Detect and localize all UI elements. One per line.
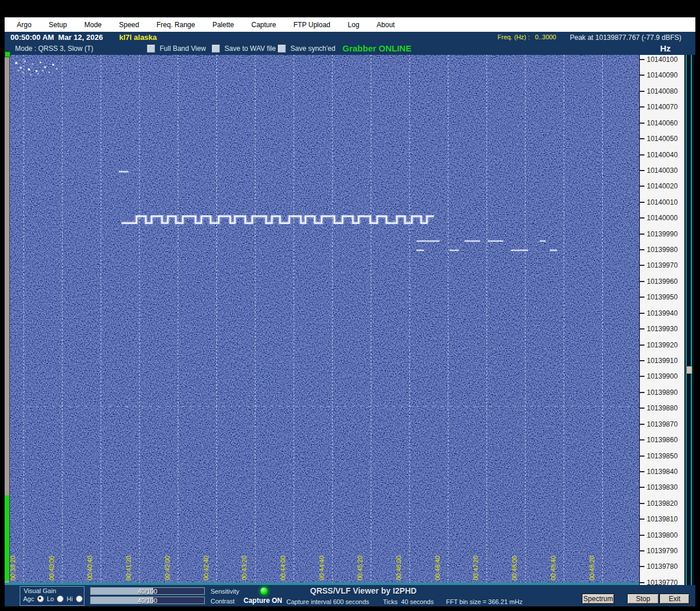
time-axis-label: 00:44:00 xyxy=(279,556,286,580)
menu-speed[interactable]: Speed xyxy=(110,18,148,31)
freq-tick-mark xyxy=(640,582,644,583)
radio-agc[interactable] xyxy=(37,595,44,602)
menu-capture[interactable]: Capture xyxy=(243,18,285,31)
sensitivity-slider[interactable]: 40/100 xyxy=(90,587,205,595)
menu-argo[interactable]: Argo xyxy=(8,18,40,31)
freq-axis-label: 10139900 xyxy=(647,372,677,380)
freq-tick-mark xyxy=(640,154,644,155)
menu-log[interactable]: Log xyxy=(339,18,368,31)
radio-hi[interactable] xyxy=(76,595,83,602)
radio-label-agc: Agc xyxy=(23,595,34,602)
menu-palette[interactable]: Palette xyxy=(204,18,242,31)
freq-axis-label: 10140040 xyxy=(647,151,677,159)
scrollbar-thumb[interactable] xyxy=(686,366,692,374)
freq-tick-mark xyxy=(640,59,644,60)
freq-axis-label: 10139960 xyxy=(647,277,677,286)
freq-tick-mark xyxy=(640,566,644,567)
menu-freq-range[interactable]: Freq. Range xyxy=(148,18,204,31)
time-axis-label: 00:48:40 xyxy=(550,556,557,580)
stop-button[interactable]: Stop xyxy=(627,594,659,604)
contrast-slider[interactable]: 40/100 xyxy=(90,597,205,604)
freq-axis-label: 10139790 xyxy=(647,547,677,555)
freq-tick-mark xyxy=(640,360,644,361)
freq-tick-mark xyxy=(640,408,644,409)
marker-led xyxy=(5,51,10,57)
radio-label-hi: Hi xyxy=(67,595,72,602)
hz-unit-label: Hz xyxy=(660,43,670,53)
capture-interval-label: Capture interval 600 seconds xyxy=(286,598,369,605)
time-axis-label: 00:40:40 xyxy=(86,556,93,580)
freq-tick-mark xyxy=(640,202,644,203)
radio-label-lo: Lo xyxy=(47,595,54,602)
time-axis-label: 00:42:40 xyxy=(202,556,209,580)
radio-lo[interactable] xyxy=(57,595,64,602)
spectrum-button[interactable]: Spectrum xyxy=(582,594,614,604)
freq-tick-mark xyxy=(640,297,644,298)
freq-axis-label: 10139990 xyxy=(647,230,677,238)
freq-tick-mark xyxy=(640,392,644,393)
freq-axis-label: 10139840 xyxy=(647,468,677,476)
freq-axis-label: 10139950 xyxy=(647,293,677,301)
menu-mode[interactable]: Mode xyxy=(76,18,110,31)
checkbox-save-synch-ed[interactable]: Save synch'ed xyxy=(278,45,336,53)
freq-tick-mark xyxy=(640,503,644,504)
freq-tick-mark xyxy=(640,217,644,219)
time-axis-label: 00:49:20 xyxy=(588,556,595,580)
station-callsign: kl7l alaska xyxy=(119,33,157,42)
time-axis-label: 00:42:00 xyxy=(164,556,171,580)
freq-tick-mark xyxy=(640,313,644,314)
menu-ftp-upload[interactable]: FTP Upload xyxy=(285,18,339,31)
menu-setup[interactable]: Setup xyxy=(40,18,75,31)
status-bar: Visual Gain AgcLoHi 40/100 40/100 Sensit… xyxy=(5,585,695,606)
scrollbar-track-line xyxy=(686,55,687,585)
time-axis-label: 00:47:20 xyxy=(472,556,479,580)
checkbox-box-icon[interactable] xyxy=(212,45,220,53)
freq-axis-label: 10139880 xyxy=(647,404,677,412)
freq-axis-label: 10140100 xyxy=(647,55,677,64)
time-axis-label: 00:48:00 xyxy=(511,556,518,580)
frequency-scrollbar[interactable] xyxy=(684,55,694,585)
time-axis-label: 00:40:00 xyxy=(48,556,55,580)
ticks-label: Ticks 40 seconds xyxy=(383,598,434,605)
freq-axis-label: 10140050 xyxy=(647,135,677,143)
capture-state-label: Capture ON xyxy=(244,597,282,605)
checkbox-box-icon[interactable] xyxy=(278,45,286,53)
freq-tick-mark xyxy=(640,138,644,139)
freq-axis-label: 10139810 xyxy=(647,515,677,523)
freq-tick-mark xyxy=(640,186,644,187)
exit-button[interactable]: Exit xyxy=(660,594,690,604)
freq-axis-label: 10139930 xyxy=(647,325,677,333)
freq-axis-label: 10139940 xyxy=(647,309,677,317)
freq-tick-mark xyxy=(640,91,644,92)
checkbox-save-to-wav-file[interactable]: Save to WAV file xyxy=(212,45,276,53)
header-bar: 00:50:00 AM Mar 12, 2026 kl7l alaska Fre… xyxy=(5,32,695,42)
freq-axis-label: 10139910 xyxy=(647,357,677,365)
capture-progress-fill xyxy=(5,495,9,581)
menu-about[interactable]: About xyxy=(368,18,403,31)
freq-axis-label: 10139860 xyxy=(647,436,677,444)
waterfall-display[interactable]: 00:39:2000:40:0000:40:4000:41:2000:42:00… xyxy=(5,55,639,583)
scrollbar-track-line xyxy=(691,55,692,585)
freq-tick-mark xyxy=(640,265,644,266)
clock-datetime: 00:50:00 AM Mar 12, 2026 xyxy=(10,33,103,42)
checkbox-label: Save to WAV file xyxy=(224,45,276,53)
freq-tick-mark xyxy=(640,376,644,377)
freq-axis-label: 10139830 xyxy=(647,483,677,491)
freq-axis-label: 10139870 xyxy=(647,420,677,428)
checkbox-box-icon[interactable] xyxy=(147,45,155,53)
freq-tick-mark xyxy=(640,328,644,329)
freq-axis-label: 10139890 xyxy=(647,388,677,397)
time-axis-label: 00:44:40 xyxy=(318,556,325,580)
freq-tick-mark xyxy=(640,106,644,108)
freq-axis-label: 10139800 xyxy=(647,531,677,539)
signal-overlay xyxy=(5,55,639,583)
freq-tick-mark xyxy=(640,456,644,457)
freq-tick-mark xyxy=(640,535,644,536)
freq-axis-label: 10139970 xyxy=(647,261,677,269)
freq-tick-mark xyxy=(640,550,644,551)
checkbox-full-band-view[interactable]: Full Band View xyxy=(147,45,206,53)
time-axis-label: 00:45:20 xyxy=(356,556,363,580)
fft-bin-label: FFT bin size = 366.21 mHz xyxy=(446,598,522,605)
visual-gain-label: Visual Gain xyxy=(24,587,56,594)
time-axis-label: 00:46:40 xyxy=(434,556,441,580)
